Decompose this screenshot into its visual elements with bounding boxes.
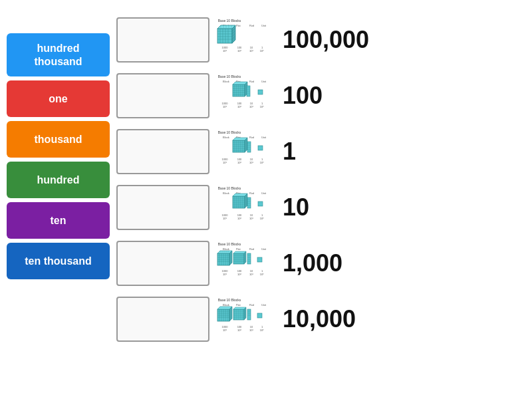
label-ten-thousand[interactable]: ten thousand [7, 243, 110, 279]
svg-text:Block: Block [223, 136, 229, 139]
svg-text:Unit: Unit [261, 303, 267, 307]
svg-text:Unit: Unit [261, 192, 267, 195]
label-one[interactable]: one [7, 80, 110, 117]
svg-text:10¹: 10¹ [249, 105, 253, 108]
svg-text:10³: 10³ [223, 217, 227, 220]
svg-text:10²: 10² [237, 273, 241, 276]
svg-rect-83 [247, 142, 251, 152]
drop-box-2[interactable] [116, 73, 209, 118]
svg-text:10¹: 10¹ [249, 217, 253, 220]
svg-text:Block: Block [223, 80, 229, 83]
svg-text:10³: 10³ [223, 273, 227, 276]
svg-text:10⁰: 10⁰ [260, 49, 264, 53]
svg-text:Rod: Rod [249, 303, 254, 307]
svg-text:Flat: Flat [236, 24, 241, 27]
svg-text:10³: 10³ [223, 329, 227, 332]
label-hundred-thousand[interactable]: hundred thousand [7, 33, 110, 76]
number-10000: 10,000 [283, 305, 356, 333]
svg-text:Flat: Flat [236, 247, 241, 251]
svg-text:Base 10 Blocks: Base 10 Blocks [218, 130, 241, 134]
svg-marker-20 [232, 25, 235, 43]
svg-text:10²: 10² [237, 105, 241, 108]
svg-text:10²: 10² [237, 161, 241, 164]
svg-text:10¹: 10¹ [249, 49, 253, 53]
svg-rect-165 [247, 253, 251, 264]
svg-rect-170 [257, 257, 262, 262]
svg-text:Rod: Rod [249, 247, 254, 251]
rows-column: Base 10 Blocks Block Flat Rod Unit [116, 13, 525, 346]
label-hundred[interactable]: hundred [7, 162, 110, 198]
number-10: 10 [283, 194, 349, 221]
number-100: 100 [283, 82, 349, 110]
match-row-5: Base 10 Blocks Block Flat Rod Unit [116, 237, 525, 290]
svg-text:Base 10 Blocks: Base 10 Blocks [218, 186, 241, 190]
blocks-visual-6: Base 10 Blocks Block Flat Rod Unit [216, 296, 276, 342]
svg-rect-5 [217, 29, 232, 43]
label-thousand[interactable]: thousand [7, 121, 110, 158]
svg-rect-115 [247, 198, 251, 208]
match-row-1: Base 10 Blocks Block Flat Rod Unit [116, 13, 525, 66]
svg-marker-150 [229, 251, 232, 265]
number-1: 1 [283, 138, 349, 166]
svg-rect-120 [258, 201, 263, 206]
svg-text:10³: 10³ [223, 49, 227, 53]
svg-text:10¹: 10¹ [249, 161, 253, 164]
number-1000: 1,000 [283, 249, 349, 277]
svg-rect-208 [247, 309, 251, 320]
match-row-6: Base 10 Blocks Block Flat Rod Unit [116, 293, 525, 346]
svg-text:Unit: Unit [261, 80, 267, 83]
svg-text:10³: 10³ [223, 161, 227, 164]
svg-text:10²: 10² [237, 329, 241, 332]
drop-box-5[interactable] [116, 241, 209, 286]
svg-text:Block: Block [223, 303, 229, 307]
match-row-3: Base 10 Blocks Block Flat Rod Unit [116, 125, 525, 178]
svg-text:Base 10 Blocks: Base 10 Blocks [218, 298, 241, 302]
blocks-visual-4: Base 10 Blocks Block Flat Rod Unit [216, 184, 276, 231]
svg-text:Base 10 Blocks: Base 10 Blocks [218, 74, 241, 78]
svg-text:10⁰: 10⁰ [260, 329, 264, 332]
svg-text:Base 10 Blocks: Base 10 Blocks [218, 242, 241, 246]
svg-text:10⁰: 10⁰ [260, 161, 264, 164]
svg-marker-164 [244, 251, 246, 264]
svg-text:10⁰: 10⁰ [260, 273, 264, 276]
drop-box-1[interactable] [116, 17, 209, 63]
svg-text:Block: Block [223, 192, 229, 195]
svg-rect-56 [258, 90, 263, 94]
svg-rect-212 [257, 313, 262, 318]
svg-marker-195 [229, 307, 232, 321]
svg-text:10⁰: 10⁰ [260, 105, 264, 108]
svg-text:10¹: 10¹ [249, 329, 253, 332]
svg-text:Flat: Flat [236, 303, 241, 307]
svg-text:Block: Block [223, 247, 229, 251]
label-ten[interactable]: ten [7, 202, 110, 239]
blocks-visual-1: Base 10 Blocks Block Flat Rod Unit [216, 17, 276, 63]
svg-text:Rod: Rod [249, 80, 254, 83]
svg-text:10⁰: 10⁰ [260, 217, 264, 220]
svg-marker-114 [245, 194, 247, 208]
number-100000: 100,000 [283, 26, 369, 54]
match-row-2: Base 10 Blocks Block Flat Rod Unit [116, 69, 525, 122]
svg-text:Rod: Rod [249, 192, 254, 195]
labels-column: hundred thousand one thousand hundred te… [7, 33, 110, 279]
svg-rect-88 [258, 146, 263, 150]
svg-rect-51 [247, 86, 250, 96]
match-row-4: Base 10 Blocks Block Flat Rod Unit [116, 181, 525, 234]
blocks-visual-5: Base 10 Blocks Block Flat Rod Unit [216, 240, 276, 287]
svg-text:10³: 10³ [223, 105, 227, 108]
svg-text:10²: 10² [237, 217, 241, 220]
svg-text:Rod: Rod [249, 136, 254, 139]
svg-text:Unit: Unit [261, 247, 267, 251]
svg-text:10²: 10² [237, 49, 241, 53]
svg-marker-82 [245, 138, 247, 152]
svg-text:Unit: Unit [261, 24, 267, 27]
svg-text:Unit: Unit [261, 136, 267, 139]
blocks-visual-2: Base 10 Blocks Block Flat Rod Unit [216, 72, 276, 119]
svg-marker-207 [244, 307, 246, 320]
svg-text:Base 10 Blocks: Base 10 Blocks [218, 19, 241, 23]
main-container: hundred thousand one thousand hundred te… [0, 0, 532, 359]
svg-text:10¹: 10¹ [249, 273, 253, 276]
blocks-visual-3: Base 10 Blocks Block Flat Rod Unit [216, 128, 276, 175]
drop-box-6[interactable] [116, 297, 209, 342]
drop-box-3[interactable] [116, 129, 209, 174]
drop-box-4[interactable] [116, 185, 209, 230]
